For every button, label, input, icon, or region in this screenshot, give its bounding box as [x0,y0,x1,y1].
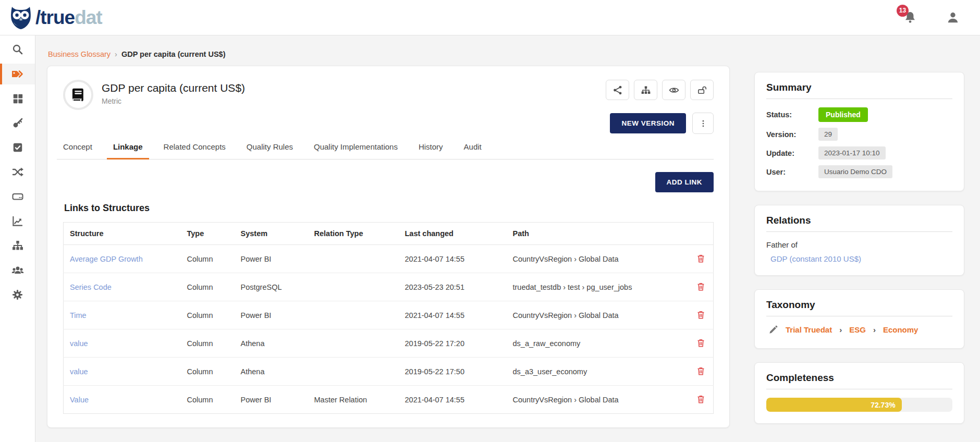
cell-relation-type [308,329,399,358]
status-badge: Published [818,107,868,122]
check-square-icon [12,142,23,153]
sidebar-item-users[interactable] [0,260,35,280]
breadcrumb-current: GDP per capita (current US$) [121,50,226,58]
tab-concept[interactable]: Concept [57,137,99,159]
relations-title: Relations [766,215,952,232]
sidebar-item-structures[interactable] [0,235,35,256]
summary-panel: Summary Status: Published Version: 29 Up… [754,72,964,191]
structure-link[interactable]: Value [70,396,89,404]
cell-relation-type: Master Relation [308,386,399,414]
cell-relation-type [308,301,399,329]
cell-type: Column [181,245,235,273]
trash-icon [696,366,706,376]
unlock-icon [696,85,708,95]
cell-type: Column [181,386,235,414]
tag-icon [11,68,24,80]
sidebar-item-permissions[interactable] [0,113,35,133]
breadcrumb: Business Glossary › GDP per capita (curr… [48,50,964,58]
delete-link-button[interactable] [695,280,707,293]
tab-related-concepts[interactable]: Related Concepts [157,137,232,159]
grid-icon [12,93,23,104]
taxonomy-title: Taxonomy [766,299,952,316]
add-link-button[interactable]: ADD LINK [655,172,714,192]
owl-logo-icon [9,5,32,30]
share-button[interactable] [606,80,629,100]
more-actions-button[interactable] [692,113,714,134]
relations-panel: Relations Father of GDP (constant 2010 U… [754,205,964,276]
tab-quality-implementations[interactable]: Quality Implementations [308,137,404,159]
pencil-icon [768,325,778,335]
trash-icon [696,253,706,264]
col-header-type: Type [181,223,235,245]
hard-drive-icon [11,190,24,203]
cell-path: truedat_testdb › test › pg_user_jobs [507,273,689,301]
cell-last-changed: 2019-05-22 17:20 [399,329,507,358]
structure-link[interactable]: Time [70,311,87,320]
completeness-panel: Completeness 72.73% [754,362,964,424]
delete-link-button[interactable] [695,365,707,377]
concept-tabs: Concept Linkage Related Concepts Quality… [57,137,714,159]
edit-taxonomy-button[interactable] [768,325,778,335]
cell-type: Column [181,301,235,329]
chart-line-icon [11,215,23,227]
lineage-button[interactable] [634,80,657,100]
structure-link[interactable]: Average GDP Growth [70,255,143,263]
eye-icon [668,85,680,95]
watch-button[interactable] [662,80,685,100]
cell-system: Power BI [235,386,308,414]
taxonomy-domain-link[interactable]: ESG [849,325,866,334]
delete-link-button[interactable] [695,309,707,321]
left-sidebar [0,35,35,442]
structure-link[interactable]: Series Code [70,283,112,291]
sidebar-item-quality[interactable] [0,137,35,158]
table-header-row: Structure Type System Relation Type Last… [64,223,714,245]
cell-relation-type [308,245,399,273]
breadcrumb-separator: › [115,50,117,58]
breadcrumb-glossary-link[interactable]: Business Glossary [48,50,111,58]
key-icon [11,117,24,129]
kebab-icon [699,118,708,129]
update-badge: 2023-01-17 10:10 [818,146,886,159]
user-label: User: [766,168,818,176]
taxonomy-domain-link[interactable]: Economy [883,325,918,334]
lock-button[interactable] [690,80,714,100]
sidebar-item-lineage[interactable] [0,162,35,182]
structure-link[interactable]: value [70,367,88,376]
cell-path: ds_a_raw_economy [507,329,689,358]
cell-last-changed: 2021-04-07 14:55 [399,245,507,273]
user-menu-button[interactable] [946,10,960,25]
sidebar-item-search[interactable] [0,39,35,60]
notifications-button[interactable]: 13 [903,9,918,26]
structure-link[interactable]: value [70,339,88,348]
status-label: Status: [766,110,818,119]
delete-link-button[interactable] [695,252,707,265]
notification-count-badge: 13 [897,5,909,17]
page-title: GDP per capita (current US$) [102,82,245,94]
table-row: value Column Athena 2019-05-22 17:50 ds_… [64,358,714,386]
delete-link-button[interactable] [695,337,707,349]
tab-quality-rules[interactable]: Quality Rules [240,137,299,159]
links-section-title: Links to Structures [64,203,714,214]
tab-audit[interactable]: Audit [458,137,488,159]
tab-linkage[interactable]: Linkage [107,137,149,159]
related-concept-link[interactable]: GDP (constant 2010 US$) [770,254,861,263]
taxonomy-panel: Taxonomy Trial Truedat › ESG › Economy [754,289,964,349]
sidebar-item-dashboards[interactable] [0,88,35,109]
col-header-relation-type: Relation Type [308,223,399,245]
delete-link-button[interactable] [695,393,707,406]
sitemap-icon [641,85,651,95]
tab-history[interactable]: History [412,137,449,159]
new-version-button[interactable]: NEW VERSION [610,113,686,133]
relation-type-label: Father of [766,240,952,249]
trash-icon [696,310,706,320]
taxonomy-domain-link[interactable]: Trial Truedat [786,325,832,334]
sidebar-item-data-sources[interactable] [0,186,35,207]
share-icon [612,85,623,95]
sidebar-item-settings[interactable] [0,284,35,305]
version-badge: 29 [818,128,838,141]
topbar: /truedat 13 [0,0,980,35]
user-badge: Usuario Demo CDO [818,165,892,178]
sidebar-item-glossary[interactable] [0,64,35,84]
sidebar-item-analytics[interactable] [0,211,35,231]
truedat-logo[interactable]: /truedat [9,5,102,30]
